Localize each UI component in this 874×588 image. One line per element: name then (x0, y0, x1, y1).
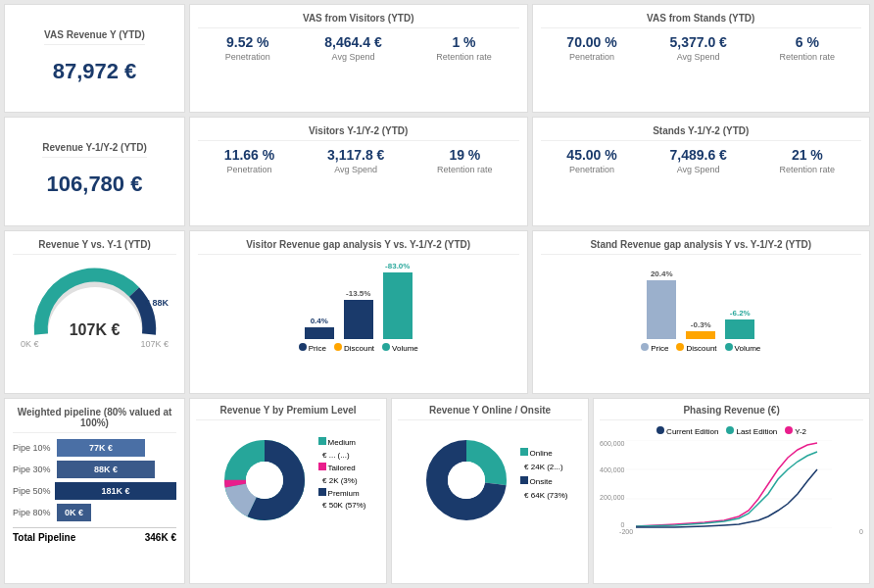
vas-stands-metrics: 70.00 % Penetration 5,377.0 € Avg Spend … (541, 34, 862, 62)
pipeline-total: Total Pipeline 346K € (13, 527, 176, 543)
phasing-y-axis: 600,000 400,000 200,000 0 (600, 440, 626, 528)
pipeline-bar-30: 88K € (57, 461, 155, 478)
vas-stands-card: VAS from Stands (YTD) 70.00 % Penetratio… (532, 4, 871, 113)
pipeline-row-10: Pipe 10% 77K € (13, 439, 176, 457)
vas-visitors-avg-spend: 8,464.4 € Avg Spend (324, 34, 381, 62)
online-legend: Online € 24K (2...) Onsite € 64K (73%) (520, 447, 568, 504)
revenue-vs-card: Revenue Y vs. Y-1 (YTD) € 88K 107K € 0K … (4, 230, 185, 394)
stand-gap-volume: -6.2% (725, 309, 754, 339)
vas-visitors-retention: 1 % Retention rate (436, 34, 492, 62)
stand-gap-card: Stand Revenue gap analysis Y vs. Y-1/Y-2… (532, 230, 871, 394)
gauge-side-value: € 88K (145, 298, 169, 308)
visitor-gap-discount: -13.5% (344, 289, 373, 339)
phasing-svg (626, 440, 832, 528)
vas-visitors-penetration: 9.52 % Penetration (225, 34, 270, 62)
pipeline-rows: Pipe 10% 77K € Pipe 30% 88K € Pipe 50% 1… (13, 439, 176, 521)
visitor-gap-volume: -83.0% (383, 262, 413, 339)
stands-y1y2-avg-spend: 7,489.6 € Avg Spend (669, 147, 726, 174)
revenue-online-title: Revenue Y Online / Onsite (398, 405, 582, 420)
visitor-gap-price: 0.4% (305, 317, 334, 339)
vas-revenue-value: 87,972 € (53, 59, 137, 84)
pipeline-bar-10: 77K € (57, 439, 145, 457)
revenue-vs-title: Revenue Y vs. Y-1 (YTD) (13, 239, 176, 255)
svg-point-7 (448, 462, 485, 499)
vas-visitors-card: VAS from Visitors (YTD) 9.52 % Penetrati… (189, 4, 528, 113)
premium-legend: Medium € ... (...) Tailored € 2K (3%) Pr… (318, 437, 366, 513)
stands-y1y2-metrics: 45.00 % Penetration 7,489.6 € Avg Spend … (541, 147, 862, 174)
vas-stands-title: VAS from Stands (YTD) (541, 13, 862, 28)
revenue-premium-card: Revenue Y by Premium Level Medium € ... … (189, 398, 387, 584)
weighted-pipeline-card: Weighted pipeline (80% valued at 100%) P… (4, 398, 185, 584)
svg-point-4 (246, 462, 283, 499)
pipeline-bar-80: 0K € (57, 504, 91, 521)
pipeline-row-50: Pipe 50% 181K € (13, 482, 176, 500)
visitors-y1y2-penetration: 11.66 % Penetration (224, 147, 274, 174)
weighted-pipeline-title: Weighted pipeline (80% valued at 100%) (13, 407, 176, 433)
revenue-y1y2-title: Revenue Y-1/Y-2 (YTD) (42, 142, 147, 158)
phasing-x-axis: -200 0 (600, 528, 863, 535)
visitors-y1y2-title: Visitors Y-1/Y-2 (YTD) (198, 125, 519, 141)
phasing-title: Phasing Revenue (€) (600, 405, 863, 420)
visitors-y1y2-metrics: 11.66 % Penetration 3,117.8 € Avg Spend … (198, 147, 519, 174)
visitor-gap-chart: 0.4% -13.5% -83.0% (198, 261, 519, 339)
stand-gap-legend: Price Discount Volume (541, 343, 862, 353)
vas-stands-avg-spend: 5,377.0 € Avg Spend (669, 34, 726, 62)
revenue-y1y2-value: 106,780 € (47, 172, 143, 197)
revenue-online-card: Revenue Y Online / Onsite Online € 24K (… (391, 398, 589, 584)
revenue-y1y2-card: Revenue Y-1/Y-2 (YTD) 106,780 € (4, 117, 185, 225)
stand-gap-title: Stand Revenue gap analysis Y vs. Y-1/Y-2… (541, 239, 862, 255)
stands-y1y2-penetration: 45.00 % Penetration (566, 147, 616, 174)
visitor-gap-title: Visitor Revenue gap analysis Y vs. Y-1/Y… (198, 239, 519, 255)
revenue-premium-chart: Medium € ... (...) Tailored € 2K (3%) Pr… (196, 426, 380, 524)
revenue-online-chart: Online € 24K (2...) Onsite € 64K (73%) (398, 426, 582, 524)
phasing-card: Phasing Revenue (€) Current Edition Last… (593, 398, 870, 584)
stands-y1y2-retention: 21 % Retention rate (780, 147, 836, 174)
pipeline-bar-50: 181K € (55, 482, 176, 500)
vas-visitors-metrics: 9.52 % Penetration 8,464.4 € Avg Spend 1… (198, 34, 519, 62)
row4-container: Revenue Y by Premium Level Medium € ... … (189, 398, 870, 584)
revenue-premium-title: Revenue Y by Premium Level (196, 405, 380, 420)
stand-gap-chart: 20.4% -0.3% -6.2% (541, 261, 862, 339)
phasing-chart-container: 600,000 400,000 200,000 0 (600, 440, 863, 528)
vas-stands-penetration: 70.00 % Penetration (566, 34, 616, 62)
stand-gap-discount: -0.3% (686, 320, 715, 339)
visitor-gap-card: Visitor Revenue gap analysis Y vs. Y-1/Y… (189, 230, 528, 394)
stands-y1y2-title: Stands Y-1/Y-2 (YTD) (541, 125, 862, 141)
vas-stands-retention: 6 % Retention rate (780, 34, 836, 62)
stand-gap-price: 20.4% (647, 270, 676, 339)
vas-revenue-card: VAS Revenue Y (YTD) 87,972 € (4, 4, 185, 113)
gauge-range: 0K € 107K € (13, 339, 176, 349)
visitors-y1y2-card: Visitors Y-1/Y-2 (YTD) 11.66 % Penetrati… (189, 117, 528, 225)
phasing-legend: Current Edition Last Edition Y-2 (600, 426, 863, 436)
visitors-y1y2-avg-spend: 3,117.8 € Avg Spend (327, 147, 384, 174)
vas-visitors-title: VAS from Visitors (YTD) (198, 13, 519, 28)
pipeline-row-30: Pipe 30% 88K € (13, 461, 176, 478)
vas-revenue-title: VAS Revenue Y (YTD) (44, 29, 145, 45)
stands-y1y2-card: Stands Y-1/Y-2 (YTD) 45.00 % Penetration… (532, 117, 871, 225)
visitors-y1y2-retention: 19 % Retention rate (437, 147, 493, 174)
pipeline-row-80: Pipe 80% 0K € (13, 504, 176, 521)
visitor-gap-legend: Price Discount Volume (198, 343, 519, 353)
